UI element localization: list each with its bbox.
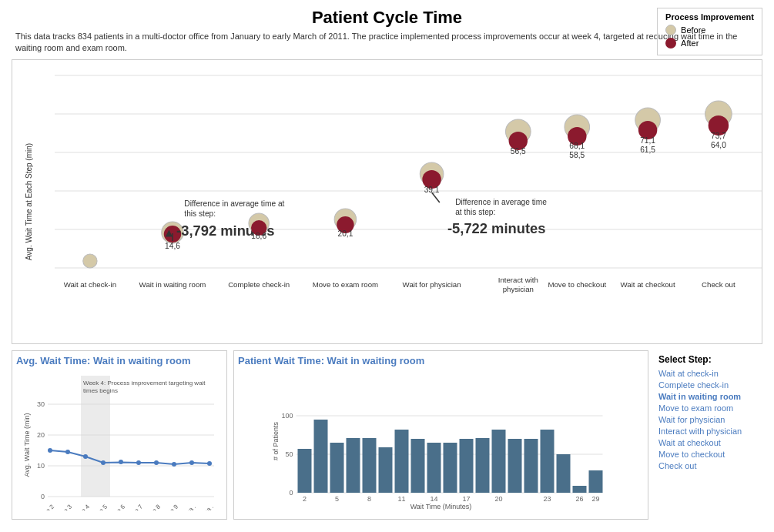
right-chart: Patient Wait Time: Wait in waiting room … [233, 350, 648, 520]
svg-text:Check out: Check out [702, 280, 735, 289]
legend-after: After [665, 38, 754, 49]
step-selector-title: Select Step: [658, 354, 759, 365]
step-link-check-in[interactable]: Wait at check-in [658, 369, 759, 378]
svg-rect-83 [330, 443, 344, 493]
svg-text:100: 100 [281, 412, 293, 420]
svg-rect-89 [427, 443, 441, 493]
svg-point-61 [189, 460, 194, 465]
svg-point-55 [83, 454, 88, 459]
svg-text:20,1: 20,1 [337, 229, 353, 238]
svg-point-53 [48, 448, 52, 453]
svg-text:73,7: 73,7 [711, 132, 726, 140]
svg-text:2: 2 [303, 495, 307, 503]
step-link-waiting-room[interactable]: Wait in waiting room [658, 392, 759, 401]
svg-rect-99 [589, 470, 603, 493]
svg-text:Difference in average time at: Difference in average time at [184, 199, 284, 208]
svg-text:61,5: 61,5 [640, 146, 655, 154]
bar-chart-svg: Wait Time (Minutes) # of Patients 0 50 1… [238, 368, 644, 510]
svg-text:physician: physician [503, 285, 534, 293]
bottom-section: Avg. Wait Time: Wait in waiting room Avg… [12, 350, 762, 520]
before-label: Before [681, 25, 705, 35]
svg-text:18,6: 18,6 [251, 232, 266, 240]
svg-rect-84 [347, 438, 360, 493]
svg-text:Difference in average time: Difference in average time [455, 198, 547, 206]
svg-text:50: 50 [285, 450, 293, 458]
svg-text:Wait for physician: Wait for physician [403, 280, 461, 289]
legend-title: Process Improvement [665, 12, 754, 22]
svg-text:Move to exam room: Move to exam room [313, 280, 378, 289]
left-chart: Avg. Wait Time: Wait in waiting room Avg… [12, 350, 227, 520]
svg-rect-82 [314, 420, 328, 493]
svg-text:times begins: times begins [83, 387, 118, 394]
main-y-label: Avg. Wait Time at Each Step (min) [25, 143, 33, 260]
svg-text:this step:: this step: [184, 209, 216, 218]
svg-text:64,0: 64,0 [711, 141, 726, 149]
svg-text:68,1: 68,1 [569, 142, 585, 150]
svg-rect-95 [524, 439, 538, 493]
scatter-svg: 0 10 20 40 60 80 14,6 Difference in aver… [55, 68, 762, 306]
step-link-wait-checkout[interactable]: Wait at checkout [658, 438, 759, 447]
svg-rect-91 [460, 439, 474, 493]
svg-text:23: 23 [543, 495, 551, 503]
svg-text:5: 5 [335, 495, 339, 503]
step-link-checkout[interactable]: Check out [658, 461, 759, 470]
svg-rect-86 [379, 447, 393, 493]
svg-text:14,6: 14,6 [165, 242, 180, 250]
svg-text:Complete check-in: Complete check-in [228, 280, 290, 289]
dot-s1-before [83, 254, 97, 268]
svg-rect-93 [492, 430, 506, 493]
svg-rect-96 [541, 430, 555, 493]
subtitle: This data tracks 834 patients in a multi… [15, 31, 759, 55]
svg-point-60 [172, 462, 176, 467]
svg-text:20: 20 [37, 431, 45, 439]
svg-text:-5,722 minutes: -5,722 minutes [447, 221, 545, 236]
svg-text:71,1: 71,1 [640, 136, 655, 145]
svg-text:at this step:: at this step: [455, 208, 495, 216]
step-link-complete-checkin[interactable]: Complete check-in [658, 380, 759, 390]
step-link-physician[interactable]: Wait for physician [658, 415, 759, 424]
svg-text:26: 26 [575, 495, 583, 503]
main-chart: Avg. Wait Time at Each Step (min) 0 10 2… [12, 59, 762, 344]
svg-text:# of Patients: # of Patients [272, 421, 280, 460]
svg-text:Wait at check-in: Wait at check-in [64, 280, 116, 289]
svg-text:Wait Time (Minutes): Wait Time (Minutes) [410, 503, 472, 510]
before-dot [665, 25, 676, 35]
left-chart-title: Avg. Wait Time: Wait in waiting room [16, 355, 223, 366]
step-link-interact-physician[interactable]: Interact with physician [658, 427, 759, 436]
svg-point-54 [65, 450, 70, 454]
svg-text:0: 0 [41, 493, 45, 500]
svg-text:29: 29 [591, 495, 599, 503]
svg-rect-87 [395, 430, 409, 493]
svg-text:Move to checkout: Move to checkout [548, 280, 606, 289]
step-link-exam-room[interactable]: Move to exam room [658, 403, 759, 413]
svg-text:11: 11 [397, 495, 405, 503]
svg-point-56 [101, 460, 106, 465]
svg-text:Semana 2: Semana 2 [31, 503, 56, 510]
svg-rect-88 [411, 439, 425, 493]
svg-rect-98 [573, 486, 587, 493]
svg-text:Interact with: Interact with [498, 276, 538, 284]
line-chart-svg: Avg. Wait Time (min) 0 10 20 30 Week 4: … [16, 368, 223, 510]
svg-point-62 [207, 461, 212, 466]
svg-point-57 [119, 460, 123, 464]
step-link-move-checkout[interactable]: Move to checkout [658, 450, 759, 459]
after-dot [665, 38, 676, 49]
svg-text:58,5: 58,5 [569, 151, 585, 159]
svg-text:56,5: 56,5 [511, 147, 526, 156]
svg-point-58 [136, 460, 141, 465]
svg-rect-97 [557, 454, 571, 493]
svg-text:8: 8 [367, 495, 371, 503]
svg-text:10: 10 [37, 462, 45, 470]
svg-rect-90 [444, 443, 457, 493]
svg-text:Avg. Wait Time (min): Avg. Wait Time (min) [23, 413, 31, 477]
svg-text:Week 4: Process improvement ta: Week 4: Process improvement targeting wa… [83, 380, 206, 386]
svg-text:0: 0 [289, 489, 293, 497]
svg-text:17: 17 [462, 495, 470, 503]
svg-text:20: 20 [494, 495, 502, 503]
svg-text:Wait at checkout: Wait at checkout [621, 280, 675, 289]
svg-rect-81 [298, 449, 312, 493]
svg-point-59 [154, 460, 159, 465]
svg-text:30: 30 [37, 400, 45, 408]
after-label: After [681, 38, 699, 48]
svg-text:Wait in waiting room: Wait in waiting room [139, 280, 206, 289]
